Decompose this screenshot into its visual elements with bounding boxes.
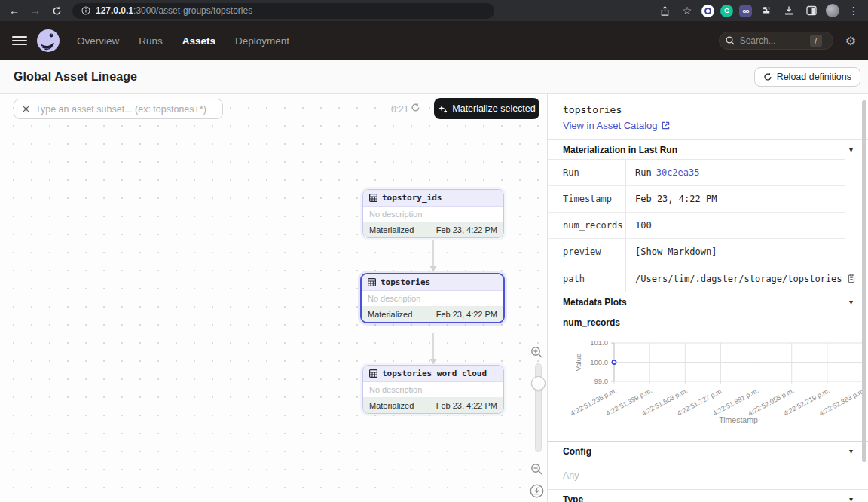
plot-title: num_records [563, 317, 620, 328]
section-metadata-plots[interactable]: Metadata Plots ▾ [548, 292, 868, 311]
asset-description: No description [363, 382, 503, 398]
nav-item-overview[interactable]: Overview [77, 35, 119, 47]
browser-forward-icon[interactable]: → [27, 2, 44, 19]
asset-status: Materialized [369, 401, 414, 410]
nav-item-assets[interactable]: Assets [182, 35, 215, 47]
svg-text:99.0: 99.0 [594, 377, 609, 385]
zoom-out-button[interactable] [530, 463, 543, 476]
asset-filter[interactable] [14, 99, 223, 119]
nav-item-runs[interactable]: Runs [139, 35, 163, 47]
asset-materialized-time: Feb 23, 4:22 PM [436, 401, 497, 410]
zoom-slider-handle[interactable] [531, 376, 546, 390]
asset-status: Materialized [368, 310, 412, 319]
url-text: 127.0.0.1:3000/asset-groups/topstories [96, 5, 252, 16]
asset-materialized-time: Feb 23, 4:22 PM [436, 310, 497, 319]
browser-toolbar: ← → 127.0.0.1:3000/asset-groups/topstori… [0, 0, 868, 21]
chevron-down-icon: ▾ [849, 447, 853, 455]
reload-definitions-button[interactable]: Reload definitions [754, 67, 860, 87]
asset-node-topstories-word-cloud[interactable]: topstories_word_cloud No description Mat… [362, 365, 504, 414]
external-link-icon [662, 121, 670, 130]
section-type[interactable]: Type ▾ [548, 489, 868, 502]
table-row-preview: preview [Show Markdown] [548, 239, 845, 265]
section-config[interactable]: Config ▾ [548, 441, 868, 461]
asset-graph-canvas[interactable]: 0:21 Materialize selected topstory_ids N… [0, 94, 548, 502]
asset-filter-input[interactable] [35, 104, 209, 115]
sparkle-icon [438, 104, 448, 114]
settings-gear-icon[interactable]: ⚙ [845, 34, 856, 48]
path-link[interactable]: /Users/tim/.dagster/storage/topstories [635, 274, 842, 284]
nav-item-deployment[interactable]: Deployment [235, 35, 289, 47]
side-panel-icon[interactable] [803, 2, 820, 19]
svg-text:100.0: 100.0 [590, 358, 608, 366]
metadata-table: Run Run30c2ea35 Timestamp Feb 23, 4:22 P… [548, 159, 845, 292]
info-icon [81, 6, 90, 15]
section-materialization[interactable]: Materialization in Last Run ▾ [548, 139, 868, 159]
page-title: Global Asset Lineage [14, 70, 137, 84]
table-icon [368, 278, 376, 286]
app-navbar: Overview Runs Assets Deployment / ⚙ [0, 21, 868, 60]
global-search[interactable]: / [719, 32, 833, 50]
browser-back-icon[interactable]: ← [6, 2, 23, 19]
extension-icon-clock[interactable] [701, 5, 714, 17]
asset-status: Materialized [369, 225, 414, 234]
asset-node-topstories[interactable]: topstories No description Materialized F… [360, 273, 505, 323]
table-row-timestamp: Timestamp Feb 23, 4:22 PM [548, 186, 845, 213]
refresh-icon [763, 72, 772, 81]
chevron-down-icon: ▾ [849, 495, 853, 502]
edge-arrow [429, 333, 438, 365]
render-timer: 0:21 [391, 104, 408, 115]
metadata-plot: 101.0100.099.04:22:51.235 p.m.4:22:51.39… [548, 329, 868, 441]
bookmark-star-icon[interactable]: ☆ [679, 2, 695, 19]
show-markdown-link[interactable]: Show Markdown [640, 246, 711, 257]
config-value: Any [548, 461, 868, 489]
svg-text:101.0: 101.0 [590, 338, 608, 347]
edge-arrow [429, 240, 438, 272]
table-row-num-records: num_records 100 [548, 213, 845, 239]
browser-menu-icon[interactable]: ⋮ [845, 2, 862, 19]
graph-query-icon [21, 104, 31, 114]
downloads-icon[interactable] [781, 2, 797, 19]
zoom-in-button[interactable] [530, 346, 543, 359]
share-icon[interactable] [656, 2, 673, 19]
browser-address-bar[interactable]: 127.0.0.1:3000/asset-groups/topstories [72, 3, 494, 19]
extensions-puzzle-icon[interactable] [758, 2, 775, 19]
fit-view-button[interactable] [530, 484, 544, 498]
details-scrollbar[interactable] [862, 100, 866, 462]
graph-refresh-icon[interactable] [411, 103, 420, 112]
extension-icon-grammarly[interactable]: G [720, 5, 733, 17]
asset-description: No description [362, 291, 503, 307]
asset-detail-title: topstories [563, 104, 853, 115]
chevron-down-icon: ▾ [849, 145, 853, 154]
asset-materialized-time: Feb 23, 4:22 PM [436, 225, 497, 234]
menu-hamburger-icon[interactable] [12, 36, 27, 45]
browser-reload-icon[interactable] [48, 2, 65, 19]
table-icon [369, 369, 377, 378]
profile-avatar[interactable] [826, 4, 839, 17]
svg-text:Value: Value [574, 354, 582, 372]
search-shortcut-badge: / [810, 35, 822, 47]
materialize-selected-button[interactable]: Materialize selected [434, 98, 539, 119]
table-row-run: Run Run30c2ea35 [548, 160, 845, 186]
asset-node-topstory-ids[interactable]: topstory_ids No description Materialized… [362, 189, 504, 238]
asset-description: No description [363, 207, 503, 222]
dagster-logo[interactable] [36, 29, 60, 53]
search-icon [726, 36, 735, 45]
table-row-path: path /Users/tim/.dagster/storage/topstor… [548, 265, 845, 292]
svg-text:Timestamp: Timestamp [719, 415, 758, 424]
copy-icon[interactable] [847, 274, 856, 283]
table-icon [369, 194, 377, 202]
asset-name: topstory_ids [382, 193, 442, 203]
chevron-down-icon: ▾ [849, 298, 853, 306]
page-header: Global Asset Lineage Reload definitions [0, 60, 868, 94]
view-in-catalog-link[interactable]: View in Asset Catalog [563, 120, 670, 131]
asset-details-panel: topstories View in Asset Catalog Materia… [548, 94, 868, 502]
asset-name: topstories_word_cloud [382, 369, 487, 378]
extension-icon-glasses[interactable]: oo [739, 5, 752, 17]
asset-name: topstories [381, 277, 430, 287]
search-input[interactable] [740, 35, 805, 46]
run-link[interactable]: 30c2ea35 [656, 167, 700, 178]
